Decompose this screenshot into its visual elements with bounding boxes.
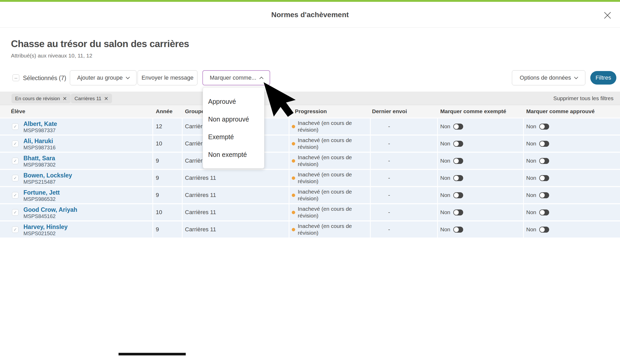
exempt-toggle[interactable] [453,209,463,215]
mark-exempt-cell: Non [440,153,463,169]
column-header-eleve: Élève [11,105,25,118]
menu-item-non-approuve[interactable]: Non approuvé [203,110,264,128]
student-name-link[interactable]: Albert, Kate [23,120,57,127]
modal-header: Normes d'achèvement [0,2,620,28]
student-name-link[interactable]: Ali, Haruki [23,138,53,145]
column-separator [152,204,153,220]
row-checkbox[interactable]: ✓ [12,226,18,233]
student-id: MSPS986532 [23,196,55,202]
column-separator [289,187,289,203]
column-separator [370,221,371,238]
row-checkbox[interactable]: ✓ [12,158,18,164]
column-separator [182,187,183,203]
select-all-checkbox[interactable]: – [13,74,19,81]
menu-item-approuve[interactable]: Approuvé [203,93,264,110]
column-separator [152,170,153,186]
add-to-group-button[interactable]: Ajouter au groupe [70,70,137,85]
column-separator [289,221,289,238]
column-separator [437,136,438,152]
close-button[interactable] [602,10,613,21]
filter-chip-carrieres-11[interactable]: Carrières 11 ✕ [71,94,112,103]
completion-standards-modal: Normes d'achèvement Chasse au trésor du … [0,0,620,364]
check-icon: ✓ [14,141,17,146]
last-sent-cell: - [388,118,390,135]
student-name-link[interactable]: Good Crow, Ariyah [23,206,77,213]
mark-approved-cell: Non [526,118,549,135]
approved-toggle-label: Non [526,158,536,164]
exempt-toggle[interactable] [453,227,463,233]
toggle-knob [454,124,459,129]
approved-toggle[interactable] [539,192,549,198]
column-separator [370,118,371,135]
mark-approved-cell: Non [526,153,549,169]
mark-as-button[interactable]: Marquer comme... [202,70,270,85]
progress-status-dot [292,176,295,180]
mark-exempt-cell: Non [440,170,463,186]
row-checkbox[interactable]: ✓ [12,192,18,199]
table-row: ✓ Good Crow, Ariyah MSPS845162 10 Carriè… [0,204,620,220]
column-separator [152,136,153,152]
approved-toggle[interactable] [539,175,549,181]
data-options-button[interactable]: Options de données [512,70,585,85]
approved-toggle[interactable] [539,124,549,130]
last-sent-cell: - [388,204,390,220]
send-message-label: Envoyer le message [141,74,193,81]
close-icon [603,11,612,20]
table-header-row: Élève Année Groupe Progression Dernier e… [0,105,620,118]
check-icon: ✓ [14,124,17,129]
column-separator [523,221,524,238]
column-separator [370,187,371,203]
column-header-marquer-approuve: Marquer comme approuvé [526,105,595,118]
student-name-link[interactable]: Harvey, Hinsley [23,223,68,231]
column-separator [437,221,438,238]
student-name-link[interactable]: Fortune, Jett [23,189,60,196]
table-row: ✓ Bhatt, Sara MSPS987302 9 Carrières 11 … [0,153,620,169]
filter-chip-en-cours-de-revision[interactable]: En cours de révision ✕ [11,94,71,103]
row-checkbox[interactable]: ✓ [12,141,18,147]
exempt-toggle[interactable] [453,141,463,147]
filters-button[interactable]: Filtres [590,71,616,85]
send-message-button[interactable]: Envoyer le message [138,70,197,85]
column-separator [182,153,183,169]
progress-cell: Inachevé (en cours de révision) [298,136,356,152]
column-header-dernier-envoi: Dernier envoi [372,105,407,118]
top-accent-bar [0,0,620,2]
approved-toggle[interactable] [539,158,549,164]
row-checkbox[interactable]: ✓ [12,175,18,181]
toggle-knob [540,124,545,129]
check-icon: ✓ [14,227,17,232]
exempt-toggle[interactable] [453,124,463,130]
active-filters-bar: En cours de révision ✕ Carrières 11 ✕ Su… [0,92,620,105]
menu-item-non-exempte[interactable]: Non exempté [203,146,264,163]
table-row: ✓ Harvey, Hinsley MSPS021502 9 Carrières… [0,221,620,238]
remove-filter-icon[interactable]: ✕ [63,95,67,102]
row-checkbox[interactable]: ✓ [12,123,18,130]
approved-toggle[interactable] [539,209,549,215]
approved-toggle-label: Non [526,192,536,198]
column-separator [523,153,524,169]
student-name-link[interactable]: Bhatt, Sara [23,155,55,162]
exempt-toggle[interactable] [453,175,463,181]
mark-approved-cell: Non [526,136,549,152]
last-sent-cell: - [388,187,390,203]
column-header-annee: Année [156,105,172,118]
approved-toggle[interactable] [539,227,549,233]
toolbar: – Sélectionnés (7) Ajouter au groupe Env… [0,70,620,86]
student-name-link[interactable]: Bowen, Locksley [23,172,72,179]
table-row: ✓ Fortune, Jett MSPS986532 9 Carrières 1… [0,187,620,203]
remove-filter-icon[interactable]: ✕ [104,95,108,102]
menu-item-exempte[interactable]: Exempté [203,128,264,146]
exempt-toggle-label: Non [440,158,450,164]
mark-approved-cell: Non [526,170,549,186]
column-separator [437,187,438,203]
clear-all-filters-button[interactable]: Supprimer tous les filtres [553,92,613,105]
mark-exempt-cell: Non [440,204,463,220]
exempt-toggle[interactable] [453,192,463,198]
row-checkbox[interactable]: ✓ [12,209,18,216]
progress-status-dot [292,194,295,197]
toggle-knob [454,227,459,232]
mark-approved-cell: Non [526,221,549,238]
exempt-toggle[interactable] [453,158,463,164]
last-sent-cell: - [388,221,390,238]
approved-toggle[interactable] [539,141,549,147]
